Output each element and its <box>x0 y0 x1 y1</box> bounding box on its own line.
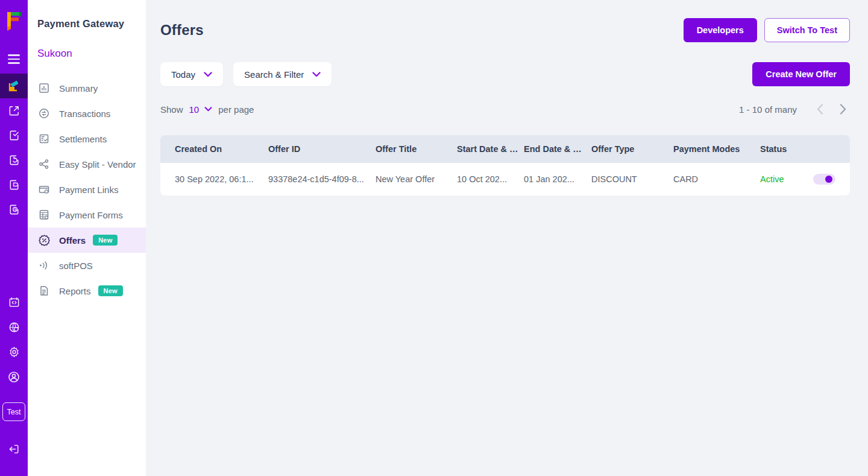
cell-created-on: 30 Sep 2022, 06:1... <box>175 174 268 184</box>
sidebar-item-settlements[interactable]: Settlements <box>28 126 146 151</box>
cell-end-date: 01 Jan 202... <box>524 174 591 184</box>
clipboard-clock-icon <box>8 203 20 216</box>
toggle-knob <box>825 176 832 183</box>
column-header-status: Status <box>760 144 813 154</box>
cell-offer-id: 93378e24-c1d5-4f09-8... <box>268 174 376 184</box>
sidebar-item-label: Payment Forms <box>59 210 123 220</box>
rail-item-links[interactable] <box>0 123 28 148</box>
page-size-value: 10 <box>189 104 200 115</box>
cell-payment-modes: CARD <box>673 174 760 184</box>
pagination-range: 1 - 10 of many <box>739 104 797 115</box>
table-header-row: Created On Offer ID Offer Title Start Da… <box>160 135 850 163</box>
date-filter-label: Today <box>171 69 195 80</box>
rail-item-logout[interactable] <box>0 437 28 462</box>
page-size-dropdown[interactable]: 10 <box>189 104 213 115</box>
merchant-name[interactable]: Sukoon <box>28 48 146 60</box>
offer-active-toggle[interactable] <box>813 174 835 185</box>
per-page-label: per page <box>218 104 254 115</box>
chevron-down-icon <box>204 72 212 77</box>
payment-links-icon <box>37 183 51 196</box>
clipboard-tag-icon <box>8 179 20 191</box>
rail-item-payment-gateway[interactable] <box>0 74 28 98</box>
column-header-start-date: Start Date & … <box>457 144 524 154</box>
create-new-offer-button[interactable]: Create New Offer <box>752 62 850 86</box>
chevron-left-icon <box>817 104 823 115</box>
clipboard-refresh-icon <box>8 154 20 167</box>
chevron-down-icon <box>312 72 321 77</box>
rail-item-payouts[interactable] <box>0 98 28 123</box>
chevron-down-icon <box>204 107 212 112</box>
chevron-right-icon <box>840 104 846 115</box>
external-link-icon <box>8 104 20 117</box>
rail-item-drafts[interactable] <box>0 173 28 197</box>
column-header-payment-modes: Payment Modes <box>673 144 760 154</box>
globe-icon <box>8 321 20 334</box>
previous-page-button[interactable] <box>813 102 827 116</box>
person-icon <box>7 370 20 384</box>
rail-item-developer[interactable] <box>0 290 28 315</box>
sidebar-item-summary[interactable]: Summary <box>28 75 146 101</box>
sidebar-item-transactions[interactable]: Transactions <box>28 101 146 126</box>
cell-offer-title: New Year Offer <box>376 174 457 184</box>
icon-rail: Test <box>0 0 28 476</box>
sidebar-item-easy-split-vendor[interactable]: Easy Split - Vendor <box>28 151 146 177</box>
search-filter-label: Search & Filter <box>244 69 304 80</box>
sidebar-item-label: Reports <box>59 286 91 296</box>
status-badge: Active <box>760 174 813 184</box>
rail-item-history[interactable] <box>0 197 28 222</box>
settlements-icon <box>37 132 51 145</box>
column-header-offer-type: Offer Type <box>591 144 673 154</box>
rail-item-website[interactable] <box>0 315 28 340</box>
cell-start-date: 10 Oct 202... <box>457 174 524 184</box>
next-page-button[interactable] <box>835 102 850 116</box>
product-title: Payment Gateway <box>28 18 146 30</box>
logout-icon <box>8 443 20 455</box>
clipboard-check-icon <box>8 129 20 142</box>
sidebar: Payment Gateway Sukoon Summary Transacti… <box>28 0 146 476</box>
transactions-icon <box>37 107 51 120</box>
date-filter-dropdown[interactable]: Today <box>160 62 223 86</box>
gear-icon <box>8 346 20 358</box>
search-filter-dropdown[interactable]: Search & Filter <box>233 62 332 86</box>
code-icon <box>8 296 20 309</box>
sidebar-item-label: softPOS <box>59 261 93 271</box>
cell-offer-type: DISCOUNT <box>591 174 673 184</box>
sidebar-item-payment-forms[interactable]: Payment Forms <box>28 202 146 227</box>
column-header-created-on: Created On <box>175 144 268 154</box>
hamburger-menu-icon[interactable] <box>8 54 20 64</box>
summary-icon <box>37 81 51 95</box>
column-header-offer-title: Offer Title <box>376 144 457 154</box>
rail-item-refund[interactable] <box>0 148 28 173</box>
offers-icon <box>37 233 51 247</box>
new-badge: New <box>98 285 123 296</box>
rail-item-settings[interactable] <box>0 340 28 364</box>
softpos-icon <box>37 259 51 272</box>
switch-to-test-button[interactable]: Switch To Test <box>764 18 850 42</box>
sidebar-item-label: Settlements <box>59 134 107 144</box>
rail-item-account[interactable] <box>0 364 28 389</box>
column-header-offer-id: Offer ID <box>268 144 376 154</box>
sidebar-item-label: Payment Links <box>59 185 118 195</box>
offers-table: Created On Offer ID Offer Title Start Da… <box>160 135 850 195</box>
column-header-end-date: End Date & … <box>524 144 591 154</box>
main-content: Offers Developers Switch To Test Today S… <box>146 0 868 476</box>
new-badge: New <box>93 235 118 246</box>
sidebar-item-payment-links[interactable]: Payment Links <box>28 177 146 202</box>
payment-forms-icon <box>37 208 51 221</box>
easy-split-icon <box>37 157 51 171</box>
sidebar-item-reports[interactable]: Reports New <box>28 278 146 303</box>
payment-gateway-icon <box>7 80 20 93</box>
reports-icon <box>37 284 51 297</box>
developers-button[interactable]: Developers <box>684 18 757 42</box>
show-label: Show <box>160 104 183 115</box>
sidebar-item-label: Offers <box>59 235 86 246</box>
sidebar-item-label: Transactions <box>59 109 110 119</box>
page-title: Offers <box>160 22 204 39</box>
brand-logo-icon[interactable] <box>5 11 23 31</box>
environment-test-button[interactable]: Test <box>2 402 25 421</box>
table-row[interactable]: 30 Sep 2022, 06:1... 93378e24-c1d5-4f09-… <box>160 163 850 195</box>
sidebar-item-softpos[interactable]: softPOS <box>28 253 146 278</box>
sidebar-item-label: Easy Split - Vendor <box>59 159 136 170</box>
sidebar-item-offers[interactable]: Offers New <box>28 227 146 253</box>
sidebar-item-label: Summary <box>59 83 98 94</box>
